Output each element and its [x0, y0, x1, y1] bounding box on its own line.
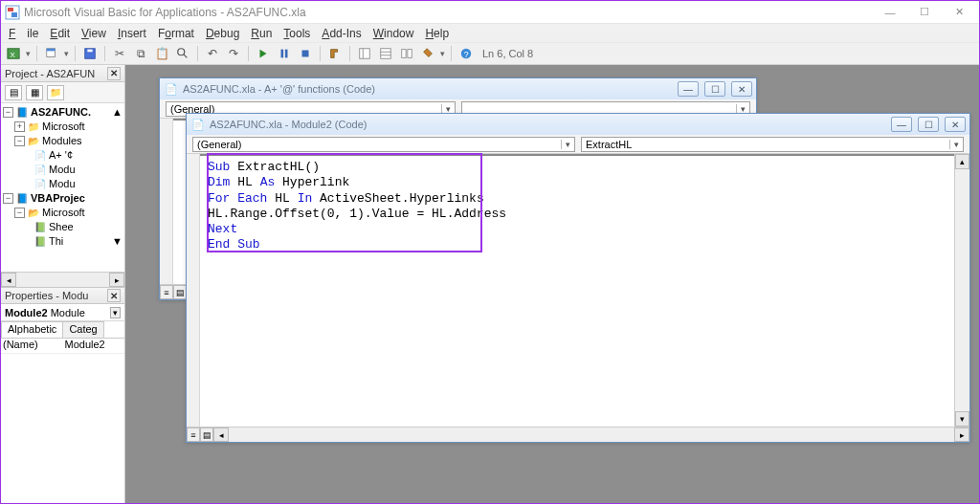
project-panel-header: Project - AS2AFUN ✕	[1, 65, 124, 82]
project-icon: 📘	[15, 191, 29, 206]
toolbar: X ▾ ▾ ✂ ⧉ 📋 ↶ ↷ ▾ ? Ln 6, Col 8	[1, 42, 979, 65]
properties-object-selector[interactable]: Module2 Module ▾	[1, 304, 124, 321]
properties-window-button[interactable]	[377, 45, 394, 62]
view-object-icon[interactable]: ▦	[26, 85, 43, 100]
svg-rect-13	[285, 50, 288, 58]
chevron-down-icon[interactable]: ▾	[110, 307, 121, 318]
close-button[interactable]: ✕	[731, 81, 752, 97]
project-explorer-button[interactable]	[356, 45, 373, 62]
design-mode-button[interactable]	[326, 45, 344, 62]
maximize-button[interactable]: ☐	[918, 117, 939, 132]
scroll-left-icon[interactable]: ◂	[1, 273, 16, 287]
expand-icon[interactable]: −	[14, 208, 25, 218]
menu-view[interactable]: View	[76, 25, 112, 42]
tree-node-m1[interactable]: A+ '¢	[49, 148, 73, 163]
object-combo[interactable]: (General)▾	[192, 137, 575, 152]
menu-format[interactable]: Format	[152, 25, 200, 42]
help-button[interactable]: ?	[457, 45, 475, 62]
expand-icon[interactable]: −	[3, 107, 13, 118]
properties-panel-close[interactable]: ✕	[107, 289, 121, 302]
menu-window[interactable]: Window	[368, 25, 420, 42]
svg-rect-12	[281, 50, 284, 58]
procedure-combo[interactable]: ExtractHL▾	[581, 137, 964, 152]
expand-icon[interactable]: +	[14, 121, 25, 132]
paste-button[interactable]: 📋	[153, 45, 170, 62]
insert-userform-button[interactable]	[43, 45, 60, 62]
menu-insert[interactable]: Insert	[112, 25, 152, 42]
code-window-titlebar[interactable]: 📄 AS2AFUNC.xla - Module2 (Code) — ☐ ✕	[187, 114, 969, 135]
menu-edit[interactable]: Edit	[44, 25, 76, 42]
tab-alphabetic[interactable]: Alphabetic	[1, 321, 63, 338]
code-editor[interactable]: Sub ExtractHL() Dim HL As Hyperlink For …	[200, 154, 954, 427]
scroll-left-icon[interactable]: ◂	[213, 427, 229, 442]
properties-object-name: Module2	[5, 307, 48, 318]
expand-icon[interactable]: −	[3, 193, 13, 204]
object-browser-button[interactable]	[398, 45, 415, 62]
cut-button[interactable]: ✂	[111, 45, 128, 62]
minimize-button[interactable]: —	[678, 81, 699, 97]
svg-rect-21	[402, 50, 406, 58]
project-tree[interactable]: −📘AS2AFUNC.▲ +📁Microsoft −📂Modules 📄A+ '…	[1, 103, 124, 272]
close-button[interactable]: ✕	[943, 3, 975, 22]
property-row[interactable]: (Name) Module2	[1, 339, 124, 354]
app-titlebar: Microsoft Visual Basic for Applications …	[1, 1, 979, 23]
close-button[interactable]: ✕	[945, 117, 966, 132]
reset-button[interactable]	[297, 45, 314, 62]
menu-debug[interactable]: Debug	[200, 25, 245, 42]
scroll-down-icon[interactable]: ▾	[955, 411, 969, 427]
properties-object-type: Module	[51, 307, 85, 318]
tree-node-m3[interactable]: Modu	[49, 177, 76, 191]
run-button[interactable]	[255, 45, 272, 62]
tree-node-modules[interactable]: Modules	[42, 134, 82, 148]
tree-node-ms2[interactable]: Microsoft	[42, 206, 85, 220]
break-button[interactable]	[276, 45, 293, 62]
folder-open-icon: 📂	[27, 134, 40, 148]
expand-icon[interactable]: −	[14, 136, 25, 146]
find-button[interactable]	[174, 45, 191, 62]
minimize-button[interactable]: —	[891, 117, 912, 132]
save-button[interactable]	[81, 45, 99, 62]
project-hscroll[interactable]: ◂ ▸	[1, 272, 124, 287]
view-excel-button[interactable]: X	[5, 45, 22, 62]
tree-node-project1[interactable]: AS2AFUNC.	[31, 105, 91, 120]
project-panel-close[interactable]: ✕	[107, 67, 121, 80]
maximize-button[interactable]: ☐	[704, 81, 725, 97]
code-window-hscroll[interactable]: ≡ ▤ ◂ ▸	[187, 427, 969, 442]
toolbox-button[interactable]	[419, 45, 436, 62]
properties-grid[interactable]: (Name) Module2	[1, 339, 124, 503]
property-value[interactable]: Module2	[63, 339, 125, 353]
svg-text:X: X	[11, 51, 16, 59]
svg-rect-8	[87, 50, 92, 53]
procedure-view-icon[interactable]: ≡	[187, 427, 200, 442]
maximize-button[interactable]: ☐	[908, 3, 941, 22]
redo-button[interactable]: ↷	[225, 45, 242, 62]
tree-node-ms1[interactable]: Microsoft	[42, 120, 85, 134]
menu-run[interactable]: Run	[245, 25, 278, 42]
svg-rect-14	[302, 51, 309, 57]
cursor-position: Ln 6, Col 8	[482, 48, 533, 59]
full-module-view-icon[interactable]: ▤	[173, 285, 187, 299]
tree-node-sheet[interactable]: Shee	[49, 220, 74, 234]
scroll-up-icon[interactable]: ▴	[955, 154, 969, 169]
tab-categorized[interactable]: Categ	[62, 321, 103, 338]
menu-addins[interactable]: Add-Ins	[316, 25, 367, 42]
tree-node-more[interactable]: Thi	[49, 234, 63, 249]
code-window-titlebar[interactable]: 📄 AS2AFUNC.xla - A+ '@' functions (Code)…	[160, 78, 756, 99]
copy-button[interactable]: ⧉	[132, 45, 149, 62]
tree-node-m2[interactable]: Modu	[49, 163, 76, 177]
menu-tools[interactable]: Tools	[278, 25, 316, 42]
menu-help[interactable]: Help	[419, 25, 455, 42]
tree-node-project2[interactable]: VBAProjec	[31, 191, 85, 206]
procedure-view-icon[interactable]: ≡	[160, 285, 173, 299]
undo-button[interactable]: ↶	[204, 45, 221, 62]
code-window-front[interactable]: 📄 AS2AFUNC.xla - Module2 (Code) — ☐ ✕ (G…	[186, 113, 970, 443]
scroll-right-icon[interactable]: ▸	[954, 427, 969, 442]
code-window-vscroll[interactable]: ▴ ▾	[954, 154, 969, 427]
minimize-button[interactable]: —	[874, 3, 906, 22]
full-module-view-icon[interactable]: ▤	[200, 427, 213, 442]
view-code-icon[interactable]: ▤	[5, 85, 22, 100]
svg-marker-11	[260, 50, 267, 58]
menu-file[interactable]: File	[3, 25, 44, 42]
toggle-folders-icon[interactable]: 📁	[47, 85, 64, 100]
scroll-right-icon[interactable]: ▸	[109, 273, 124, 287]
